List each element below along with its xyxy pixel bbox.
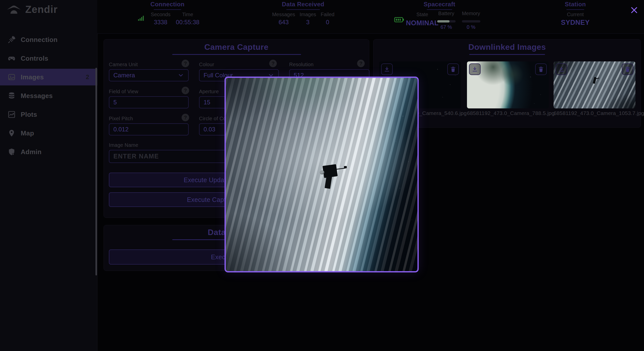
satellite-antenna-tip <box>344 166 347 168</box>
satellite-body <box>323 164 338 178</box>
satellite-dish <box>320 170 324 174</box>
modal-earth-image <box>226 78 417 271</box>
image-preview-modal <box>225 77 419 272</box>
close-icon <box>630 6 639 15</box>
app-root: Zendir Connection Controls Images 2 Mess… <box>0 0 644 351</box>
close-modal-button[interactable] <box>628 4 640 16</box>
